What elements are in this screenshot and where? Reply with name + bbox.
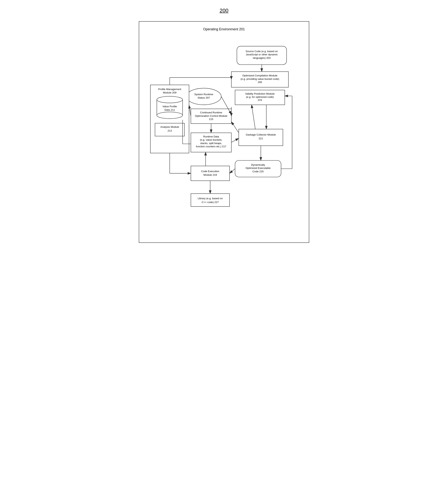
page-number: 200	[220, 8, 228, 14]
diagram-container: Operating Environment 201 Source Code (e…	[139, 21, 309, 243]
svg-text:Validity Prediction Module: Validity Prediction Module	[245, 92, 275, 95]
svg-text:221: 221	[259, 137, 263, 140]
svg-text:Optimized Executable: Optimized Executable	[245, 167, 270, 169]
svg-text:JavaScript or other dynamic: JavaScript or other dynamic	[246, 53, 278, 56]
svg-text:C++ code) 227: C++ code) 227	[202, 201, 219, 204]
svg-text:215: 215	[209, 118, 213, 121]
svg-text:Module  219: Module 219	[203, 174, 217, 176]
env-label: Operating Environment 201	[145, 27, 303, 31]
svg-text:System Runtime: System Runtime	[194, 93, 213, 96]
svg-text:Profile Management: Profile Management	[158, 88, 181, 91]
svg-line-42	[231, 138, 239, 142]
svg-point-15	[157, 96, 183, 103]
svg-text:languages)  203: languages) 203	[253, 56, 270, 59]
svg-text:Optimized Compilation Module: Optimized Compilation Module	[242, 74, 277, 77]
svg-line-43	[252, 105, 255, 129]
svg-text:(e.g. providing value bucket c: (e.g. providing value bucket code)	[241, 78, 279, 80]
svg-text:Library (e.g. based on: Library (e.g. based on	[198, 197, 223, 200]
svg-text:Dynamically: Dynamically	[251, 163, 265, 166]
svg-text:Code 225: Code 225	[252, 170, 263, 173]
svg-text:213: 213	[168, 129, 172, 132]
svg-text:Code Execution: Code Execution	[201, 170, 219, 173]
source-code-label: Source Code (e.g. based on	[245, 50, 278, 53]
library-box	[191, 193, 229, 206]
profile-management-box	[150, 85, 189, 153]
svg-point-16	[157, 112, 183, 119]
svg-text:Continued Runtime: Continued Runtime	[200, 111, 222, 114]
svg-text:Optimization Control Module: Optimization Control Module	[195, 114, 228, 117]
svg-line-41	[231, 122, 239, 133]
svg-text:Value Profile: Value Profile	[162, 105, 177, 108]
svg-text:Data 211: Data 211	[165, 108, 175, 111]
svg-line-46	[229, 169, 235, 173]
svg-text:223: 223	[258, 99, 262, 101]
svg-text:Module 209: Module 209	[163, 91, 177, 94]
svg-line-39	[189, 105, 191, 116]
svg-text:(e.g. value buckets,: (e.g. value buckets,	[200, 138, 222, 141]
svg-text:Analysis Module: Analysis Module	[160, 125, 179, 128]
svg-text:Garbage Collector Module: Garbage Collector Module	[246, 133, 276, 136]
svg-text:function counters etc.) 217: function counters etc.) 217	[196, 145, 226, 148]
svg-text:Status 207: Status 207	[198, 96, 210, 99]
svg-text:Runtime Data: Runtime Data	[203, 135, 219, 138]
svg-text:(e.g. for optimized code): (e.g. for optimized code)	[246, 96, 274, 98]
svg-text:stacks, split heaps,: stacks, split heaps,	[200, 142, 222, 145]
svg-text:205: 205	[258, 81, 262, 84]
